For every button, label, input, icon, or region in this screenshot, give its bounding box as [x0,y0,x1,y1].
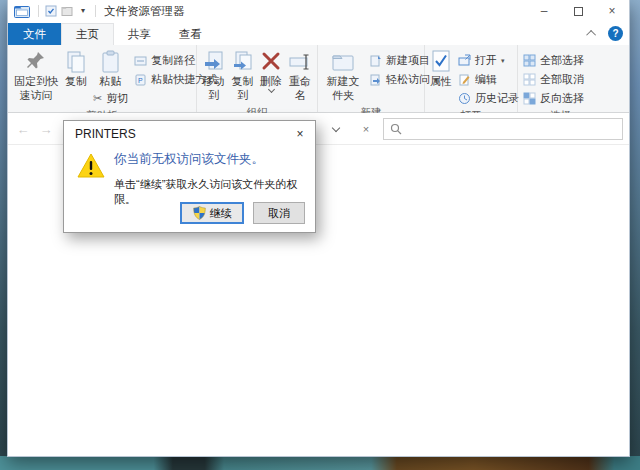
cancel-button[interactable]: 取消 [253,202,305,224]
address-cancel-button[interactable]: × [356,120,376,138]
dialog-close-button[interactable]: × [285,121,315,146]
copy-to-button[interactable]: 复制到 [228,47,257,105]
select-group-body: 全部选择 全部取消 反向选择 [518,47,603,108]
tab-view[interactable]: 查看 [165,23,216,45]
maximize-icon [574,7,583,16]
dialog-title: PRINTERS [75,127,136,141]
titlebar: ▾ 文件资源管理器 – × [8,0,629,22]
search-icon [390,123,402,135]
open-icon [458,54,471,67]
address-dropdown-button[interactable] [326,120,346,138]
move-to-label: 移动到 [202,75,225,103]
copy-button[interactable]: 复制 [62,47,90,91]
copy-path-label: 复制路径 [151,53,195,68]
new-item-label: 新建项目 [386,53,430,68]
dialog-main-text: 你当前无权访问该文件夹。 [114,146,315,168]
edit-icon [458,73,471,86]
copy-to-label: 复制到 [231,75,254,103]
properties-button[interactable]: 属性 [427,47,455,91]
continue-label: 继续 [210,206,232,221]
paste-cut-column: 粘贴 ✂ 剪切 [90,47,131,108]
titlebar-separator [38,5,39,17]
invert-selection-button[interactable]: 反向选择 [520,89,587,108]
ribbon-group-new: 新建文件夹 新建项目 ▾ 轻松访问 ▾ [318,45,425,112]
delete-icon [260,49,282,75]
open-group-body: 属性 打开 ▾ 编辑 历 [425,47,517,108]
edit-button[interactable]: 编辑 [455,70,522,89]
easy-access-label: 轻松访问 [386,72,430,87]
ribbon-group-organize: 移动到 复制到 删除 [197,45,318,112]
invert-selection-label: 反向选择 [540,91,584,106]
select-none-button[interactable]: 全部取消 [520,70,587,89]
select-small-column: 全部选择 全部取消 反向选择 [520,47,587,108]
close-icon: × [608,4,615,18]
new-group-body: 新建文件夹 新建项目 ▾ 轻松访问 ▾ [318,47,424,105]
ribbon-filler [603,45,629,112]
select-all-label: 全部选择 [540,53,584,68]
new-item-icon [369,54,382,67]
ribbon-group-clipboard: 固定到快速访问 复制 粘贴 [8,45,197,112]
collapse-ribbon-button[interactable] [584,25,600,41]
ribbon-group-open: 属性 打开 ▾ 编辑 历 [425,45,518,112]
tab-share[interactable]: 共享 [114,23,165,45]
rename-button[interactable]: 重命名 [285,47,315,105]
forward-button[interactable]: → [36,119,56,139]
close-icon: × [296,127,303,141]
chevron-down-icon: ▾ [81,7,85,15]
minimize-button[interactable]: – [527,0,561,22]
pin-to-quick-access-button[interactable]: 固定到快速访问 [10,47,62,105]
pushpin-icon [25,49,47,75]
qat-new-folder-button[interactable] [59,3,75,19]
open-label: 打开 [475,53,497,68]
history-button[interactable]: 历史记录 [455,89,522,108]
tab-file[interactable]: 文件 [8,23,61,45]
cancel-label: 取消 [268,206,290,221]
new-folder-button[interactable]: 新建文件夹 [320,47,366,105]
chevron-down-icon [332,124,340,132]
delete-button[interactable]: 删除 [257,47,285,94]
titlebar-separator [95,5,96,17]
continue-button[interactable]: 继续 [180,202,244,224]
uac-shield-icon [193,206,206,220]
minimize-icon: – [541,4,548,18]
select-none-icon [523,73,536,86]
move-to-button[interactable]: 移动到 [199,47,228,105]
forward-icon: → [40,122,53,137]
rename-icon [288,49,312,75]
tab-home[interactable]: 主页 [61,23,114,45]
search-box [383,118,623,140]
cut-button[interactable]: ✂ 剪切 [90,89,131,108]
select-all-icon [523,54,536,67]
paste-button[interactable]: 粘贴 [97,47,125,89]
qat-customize-dropdown[interactable]: ▾ [75,3,91,19]
wallpaper-bottom-strip [0,456,640,470]
search-input[interactable] [407,120,622,138]
chevron-down-icon: ▾ [501,57,505,65]
copy-path-icon [134,55,147,67]
properties-label: 属性 [430,75,452,89]
help-button[interactable]: ? [608,26,623,41]
ribbon-tabstrip: 文件 主页 共享 查看 ? [8,22,629,45]
new-folder-icon [331,49,355,75]
new-folder-label: 新建文件夹 [323,75,363,103]
back-button[interactable]: ← [13,119,33,139]
help-icon: ? [612,28,618,39]
select-all-button[interactable]: 全部选择 [520,51,587,70]
window-title: 文件资源管理器 [104,4,185,19]
maximize-button[interactable] [561,0,595,22]
rename-label: 重命名 [288,75,312,103]
edit-label: 编辑 [475,72,497,87]
chevron-up-icon [586,29,596,39]
qat-properties-button[interactable] [43,3,59,19]
explorer-window: ▾ 文件资源管理器 – × 文件 主页 共享 查看 ? [7,0,630,457]
open-button[interactable]: 打开 ▾ [455,51,522,70]
close-button[interactable]: × [595,0,629,22]
properties-small-icon [45,5,57,17]
open-small-column: 打开 ▾ 编辑 历史记录 [455,47,522,108]
clipboard-group-body: 固定到快速访问 复制 粘贴 [8,47,196,108]
paste-icon [101,49,121,75]
move-to-icon [203,49,225,75]
copy-to-icon [232,49,254,75]
ribbon: 固定到快速访问 复制 粘贴 [8,45,629,113]
pin-label: 固定到快速访问 [13,75,59,103]
